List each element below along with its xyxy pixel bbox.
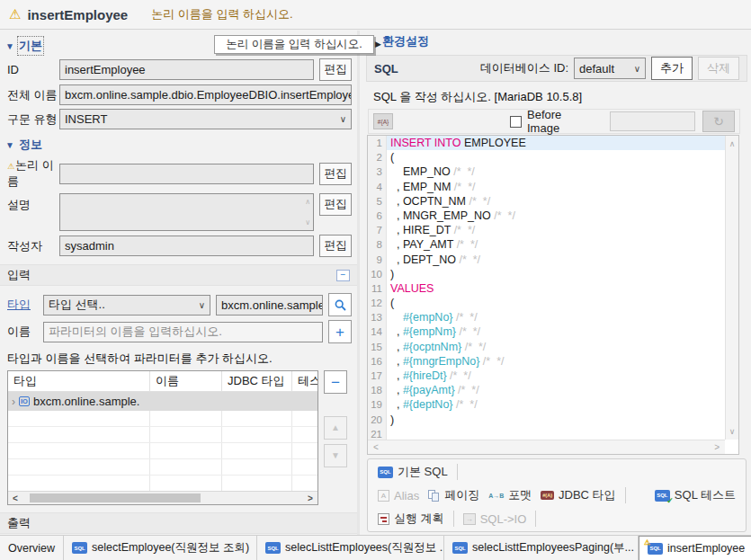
- basic-sql-button[interactable]: SQL 기본 SQL: [373, 464, 452, 480]
- section-info[interactable]: ▼ 정보: [5, 137, 352, 153]
- logical-name-edit-button[interactable]: 편집: [319, 163, 352, 185]
- col-name[interactable]: 이름: [150, 371, 222, 391]
- sql-editor[interactable]: 1INSERT INTO EMPLOYEE2(3 EMP_NO /* */4 ,…: [367, 135, 739, 455]
- alias-button[interactable]: A Alias: [373, 489, 424, 502]
- full-name-value: bxcm.online.sample.dbio.EmployeeDBIO.ins…: [65, 88, 352, 102]
- id-edit-button[interactable]: 편집: [319, 58, 352, 81]
- expander-icon[interactable]: ›: [12, 396, 15, 408]
- move-up-button[interactable]: ▲: [324, 416, 347, 440]
- table-row[interactable]: [8, 476, 317, 492]
- tab-insert-employee[interactable]: SQL⚠ insertEmployee ✕: [639, 536, 751, 560]
- scroll-down-icon[interactable]: ∨: [305, 218, 310, 227]
- section-basic-title: 기본: [19, 38, 42, 54]
- scroll-thumb[interactable]: [30, 493, 201, 502]
- editor-tabbar: Overview SQL selectEmployee(직원정보 조회) SQL…: [0, 535, 751, 560]
- page-title: insertEmployee: [27, 7, 128, 22]
- before-image-label: Before Image: [527, 108, 597, 135]
- sql-warning-icon: SQL⚠: [648, 543, 663, 555]
- col-type[interactable]: 타입: [8, 371, 150, 391]
- table-row[interactable]: [8, 427, 317, 443]
- paging-label: 페이징: [444, 487, 479, 503]
- input-type-select[interactable]: 타입 선택.. ∨: [43, 295, 210, 316]
- tab-overview[interactable]: Overview: [0, 536, 64, 560]
- edit-label: 편집: [325, 62, 347, 77]
- tab-select-employee[interactable]: SQL selectEmployee(직원정보 조회): [64, 536, 257, 560]
- logical-name-input[interactable]: [59, 164, 314, 184]
- table-row[interactable]: [8, 443, 317, 459]
- id-input[interactable]: insertEmployee: [59, 59, 314, 80]
- db-id-select[interactable]: default ∨: [574, 58, 646, 79]
- tooltip-text: 논리 이름을 입력 하십시오.: [226, 37, 362, 52]
- warning-icon: ⚠: [644, 538, 650, 547]
- input-section-bar: 입력 −: [0, 264, 357, 286]
- col-jdbc[interactable]: JDBC 타입: [222, 371, 292, 391]
- table-row[interactable]: [8, 459, 317, 476]
- col-test[interactable]: 테스트: [292, 371, 318, 391]
- warning-icon: ⚠: [9, 6, 21, 22]
- input-type-link[interactable]: 타입: [7, 297, 34, 313]
- scroll-right-icon[interactable]: >: [714, 442, 720, 452]
- jdbc-type-button[interactable]: #(A) JDBC 타입: [536, 487, 620, 503]
- scroll-down-icon[interactable]: ∨: [729, 427, 736, 436]
- db-id-value: default: [579, 62, 614, 76]
- refresh-button[interactable]: ↻: [702, 111, 735, 132]
- desc-edit-button[interactable]: 편집: [319, 193, 352, 216]
- scroll-right-icon[interactable]: >: [303, 493, 317, 503]
- mini-warning-icon: ⚠: [7, 162, 14, 171]
- chevron-down-icon: ∨: [340, 114, 346, 124]
- tab-select-list-employees[interactable]: SQL selecListtEmployees(직원정보 ...: [257, 536, 444, 560]
- input-name-field[interactable]: 파라미터의 이름을 입력하십시오.: [43, 322, 323, 342]
- table-row[interactable]: [8, 411, 317, 427]
- format-button[interactable]: A→B 포맷: [484, 487, 536, 503]
- scroll-left-icon[interactable]: <: [373, 442, 379, 452]
- full-name-input[interactable]: bxcm.online.sample.dbio.EmployeeDBIO.ins…: [59, 84, 352, 105]
- paging-button[interactable]: 페이징: [424, 487, 484, 503]
- sql-test-button[interactable]: SQL✓ SQL 테스트: [650, 487, 740, 503]
- delete-db-button[interactable]: 삭제: [698, 57, 739, 80]
- before-image-checkbox[interactable]: [510, 116, 522, 128]
- sql-to-io-label: SQL->IO: [480, 512, 527, 526]
- input-type-search-field[interactable]: bxcm.online.sample: [216, 295, 323, 316]
- move-down-button[interactable]: ▼: [324, 444, 347, 467]
- sql-title: SQL: [374, 62, 398, 76]
- table-hscrollbar[interactable]: < >: [8, 491, 317, 504]
- author-edit-button[interactable]: 편집: [319, 235, 352, 257]
- sql-icon: SQL: [265, 542, 281, 554]
- sql-test-label: SQL 테스트: [675, 487, 736, 503]
- sql-subtitle: SQL 을 작성 하십시오. [MariaDB 10.5.8]: [373, 89, 746, 105]
- search-button[interactable]: [328, 293, 352, 316]
- chevron-down-icon: ∨: [199, 300, 205, 310]
- full-name-label: 전체 이름: [7, 87, 59, 103]
- author-input[interactable]: sysadmin: [59, 236, 314, 256]
- desc-textarea[interactable]: ∧ ∨: [59, 193, 314, 231]
- input-type-select-value: 타입 선택..: [49, 297, 105, 313]
- tab-label: insertEmployee: [667, 542, 745, 555]
- triangle-down-icon: ▼: [5, 41, 14, 51]
- sql-to-io-button[interactable]: → SQL->IO: [459, 512, 532, 526]
- tab-select-list-employees-paging[interactable]: SQL selecListtEmployeesPaging(부...: [444, 536, 639, 560]
- jdbc-type-label: JDBC 타입: [559, 487, 616, 503]
- collapse-icon[interactable]: −: [336, 270, 350, 281]
- settings-link[interactable]: 환경설정: [382, 33, 429, 49]
- editor-vscrollbar[interactable]: ∧ ∨: [725, 136, 738, 440]
- scroll-up-icon[interactable]: ∧: [729, 139, 736, 148]
- add-db-button[interactable]: 추가: [651, 57, 693, 80]
- add-param-button[interactable]: +: [328, 320, 352, 343]
- author-label: 작성자: [7, 238, 59, 254]
- sql-code[interactable]: 1INSERT INTO EMPLOYEE2(3 EMP_NO /* */4 ,…: [368, 136, 725, 440]
- param-convert-icon[interactable]: #{A}: [373, 113, 393, 129]
- output-section-bar: 출력: [0, 512, 357, 534]
- dbio-editor-window: ⚠ insertEmployee 논리 이름을 입력 하십시오. 논리 이름을 …: [0, 0, 751, 560]
- editor-hscrollbar[interactable]: < >: [368, 440, 725, 454]
- jdbc-icon: #(A): [541, 491, 554, 500]
- before-image-field[interactable]: [610, 111, 695, 131]
- exec-plan-button[interactable]: 실행 계획: [373, 511, 449, 527]
- stmt-type-select[interactable]: INSERT ∨: [59, 109, 352, 129]
- scroll-left-icon[interactable]: <: [8, 493, 22, 503]
- remove-param-button[interactable]: −: [324, 370, 347, 394]
- edit-label: 편집: [325, 197, 347, 212]
- sql-badge: SQL: [649, 546, 660, 551]
- table-row[interactable]: › IO bxcm.online.sample.: [8, 392, 317, 411]
- scroll-up-icon[interactable]: ∧: [305, 198, 310, 206]
- minus-icon: −: [331, 375, 340, 390]
